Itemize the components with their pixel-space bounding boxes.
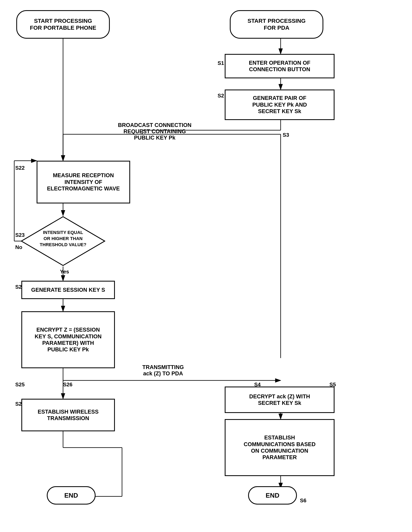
svg-text:OR HIGHER THAN: OR HIGHER THAN bbox=[44, 236, 83, 241]
s6-label: S6 bbox=[300, 497, 307, 504]
s23-diamond: INTENSITY EQUAL OR HIGHER THAN THRESHOLD… bbox=[20, 216, 106, 266]
start-pda-node: START PROCESSING FOR PDA bbox=[230, 10, 323, 39]
s26-label: S26 bbox=[63, 381, 72, 388]
s21-node: MEASURE RECEPTION INTENSITY OF ELECTROMA… bbox=[37, 161, 130, 203]
s22-label: S22 bbox=[15, 165, 25, 171]
yes-label: Yes bbox=[60, 268, 69, 275]
svg-text:INTENSITY EQUAL: INTENSITY EQUAL bbox=[43, 230, 83, 235]
flowchart-diagram: START PROCESSING FOR PORTABLE PHONE STAR… bbox=[0, 0, 412, 532]
s4-node: DECRYPT ack (Z) WITH SECRET KEY Sk bbox=[225, 387, 335, 413]
s25-node: ENCRYPT Z = (SESSION KEY S, COMMUNICATIO… bbox=[21, 311, 115, 368]
end-right-node: END bbox=[248, 486, 297, 504]
s1-node: ENTER OPERATION OF CONNECTION BUTTON bbox=[225, 54, 335, 78]
broadcast-label: BROADCAST CONNECTIONREQUEST CONTAININGPU… bbox=[118, 122, 192, 141]
s2-node: GENERATE PAIR OF PUBLIC KEY Pk AND SECRE… bbox=[225, 89, 335, 120]
svg-marker-25 bbox=[21, 217, 105, 266]
s25-label: S25 bbox=[15, 381, 25, 388]
s3-label: S3 bbox=[283, 132, 289, 138]
s24-node: GENERATE SESSION KEY S bbox=[21, 281, 115, 299]
s1-label: S1 bbox=[218, 60, 224, 66]
s2-label: S2 bbox=[218, 93, 224, 99]
svg-text:THRESHOLD VALUE?: THRESHOLD VALUE? bbox=[40, 242, 86, 247]
start-phone-node: START PROCESSING FOR PORTABLE PHONE bbox=[16, 10, 110, 39]
transmit-label: TRANSMITTINGack (Z) TO PDA bbox=[142, 364, 184, 377]
s27-node: ESTABLISH WIRELESS TRANSMISSION bbox=[21, 399, 115, 431]
s5-node: ESTABLISH COMMUNICATIONS BASED ON COMMUN… bbox=[225, 419, 335, 476]
end-left-node: END bbox=[47, 486, 96, 504]
